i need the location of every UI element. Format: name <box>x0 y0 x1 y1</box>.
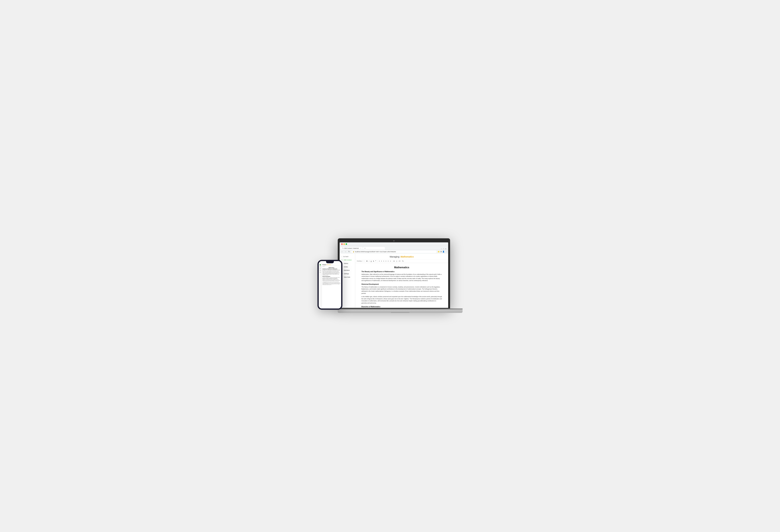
laptop-device: ✎ Edit Content / NoteHub × + − □ × <box>338 238 462 313</box>
editor-toolbar: Heading 1 1 B I U S ❝ ≡ ≡ ≡ ≡ <box>355 259 448 263</box>
phone-device: Managing: Mathematics H1 B I U ≡ Mathema… <box>318 260 342 310</box>
phone-sidebar-icon-2 <box>320 266 321 267</box>
section-1-title: The Beauty and Significance of Mathemati… <box>361 271 442 272</box>
document-heading: Mathematics <box>361 266 442 269</box>
section-1-body: Mathematics, often referred to as the un… <box>361 273 442 282</box>
window-close-button[interactable] <box>341 243 343 245</box>
menu-icon[interactable]: ⋮ <box>445 251 447 253</box>
laptop-hinge <box>338 309 462 309</box>
phone-toolbar-more[interactable]: ≡ <box>325 266 325 267</box>
sidebar-back-button[interactable]: ← Go back <box>340 255 355 258</box>
page-title-italic: Mathematics <box>400 256 414 258</box>
phone-sidebar <box>319 264 322 309</box>
toolbar-italic[interactable]: I <box>368 260 370 262</box>
phone-page-title: Managing: Mathematics <box>323 264 331 265</box>
toolbar-strikethrough[interactable]: S <box>373 260 375 262</box>
phone-section1-body: Mathematics, often referred to as the un… <box>323 269 341 276</box>
window-maximize-button[interactable] <box>346 243 347 245</box>
toolbar-align-left[interactable]: ≡ <box>378 260 380 262</box>
toolbar-clear[interactable]: Tx <box>401 260 404 262</box>
sidebar-history-label: History <box>344 263 348 264</box>
toolbar-align-right[interactable]: ≡ <box>383 260 385 262</box>
phone-body: Managing: Mathematics H1 B I U ≡ Mathema… <box>318 260 342 310</box>
phone-section3-body: In the Middle Ages, Islamic scholars pre… <box>323 282 341 285</box>
url-bar[interactable]: 🔒 localhost:3000/manage/181fb397-0507-41… <box>351 251 437 253</box>
browser-minimize-icon[interactable]: − <box>441 248 442 250</box>
phone-section2-body: The history of mathematics is a testamen… <box>323 277 341 282</box>
phone-section2-title: Historical Development <box>323 276 341 277</box>
laptop-camera <box>393 240 394 242</box>
phone-toolbar-bold[interactable]: B <box>323 266 324 267</box>
browser-action-icons: ⭐ ⊕ 👤 ⋮ <box>438 251 447 253</box>
phone-sidebar-icon-5 <box>320 272 321 273</box>
sidebar-settings-label: Settings <box>344 273 349 274</box>
toolbar-code[interactable]: </> <box>398 260 401 262</box>
toolbar-list-ordered[interactable]: ≡ <box>387 260 389 262</box>
toolbar-bold[interactable]: B <box>366 260 368 262</box>
page-title-prefix: Managing: <box>390 256 400 258</box>
browser-top-bar <box>340 243 448 246</box>
tab-favicon: ✎ <box>342 248 344 249</box>
reload-button[interactable]: ↻ <box>348 251 350 253</box>
section-2-body-cont: In the Middle Ages, Islamic scholars pre… <box>361 296 442 304</box>
url-text: localhost:3000/manage/181fb397-0507-41e2… <box>355 251 396 253</box>
browser-chrome: ✎ Edit Content / NoteHub × + − □ × <box>340 246 448 250</box>
phone-toolbar-heading: H1 <box>323 266 323 267</box>
phone-sidebar-icon-4 <box>320 270 321 271</box>
toolbar-align-center[interactable]: ≡ <box>381 260 382 262</box>
phone-screen: Managing: Mathematics H1 B I U ≡ Mathema… <box>319 261 341 309</box>
section-2-body: The history of mathematics is a testamen… <box>361 286 442 295</box>
toolbar-link[interactable]: ⊕ <box>393 260 395 262</box>
toolbar-divider-3 <box>392 260 392 262</box>
toolbar-divider-2 <box>377 260 378 262</box>
sidebar-view-note-label: View Note <box>344 276 350 278</box>
laptop-base <box>338 309 462 313</box>
app-main: Managing: Mathematics Heading 1 1 B I U <box>355 254 448 308</box>
window-minimize-button[interactable] <box>343 243 345 245</box>
phone-toolbar: H1 B I U ≡ <box>323 266 341 267</box>
back-arrow-icon: ← <box>341 256 343 257</box>
phone-sidebar-icon-1 <box>320 264 321 265</box>
browser-tabs: ✎ Edit Content / NoteHub × + − □ × <box>341 247 447 250</box>
page-title: Managing: Mathematics <box>358 256 445 258</box>
phone-section1-title: The Beauty and Significance of Mathemati… <box>323 269 341 269</box>
new-tab-button[interactable]: + <box>363 247 385 250</box>
app-layout: ← Go back ✎ Edit Content ○ History ○ <box>340 254 448 308</box>
content-header: Managing: Mathematics <box>355 254 448 259</box>
profile-icon[interactable]: 👤 <box>442 251 445 253</box>
sidebar-invites-label: Invites <box>344 266 348 268</box>
phone-doc-heading: Mathematics <box>323 267 341 268</box>
browser-address-bar: ← → ↻ 🔒 localhost:3000/manage/181fb397-0… <box>340 250 448 254</box>
phone-notch <box>326 261 334 263</box>
phone-main-content: Managing: Mathematics H1 B I U ≡ Mathema… <box>322 264 341 286</box>
toolbar-heading-number: 1 <box>363 260 364 262</box>
phone-title-italic: Mathematics <box>327 264 331 265</box>
extensions-icon[interactable]: ⊕ <box>440 251 442 253</box>
toolbar-quote[interactable]: ❝ <box>375 260 377 262</box>
toolbar-indent[interactable]: ≡ <box>390 260 391 262</box>
browser-window-controls <box>341 243 347 245</box>
tab-close-icon[interactable]: × <box>360 248 361 249</box>
laptop-screen: ✎ Edit Content / NoteHub × + − □ × <box>340 243 448 308</box>
back-label: Go back <box>343 256 348 257</box>
section-2-title: Historical Development <box>361 283 442 285</box>
sidebar-members-label: Members <box>344 269 350 271</box>
heading-selector[interactable]: Heading 1 <box>357 260 362 262</box>
toolbar-list-bullet[interactable]: ≡ <box>385 260 387 262</box>
phone-title-prefix: Managing: <box>323 264 326 265</box>
back-button[interactable]: ← <box>341 251 343 253</box>
phone-toolbar-underline[interactable]: U <box>324 266 325 267</box>
toolbar-underline[interactable]: U <box>370 260 372 262</box>
section-3-title: Branches of Mathematics <box>361 306 442 308</box>
forward-button[interactable]: → <box>344 251 347 253</box>
lock-icon: 🔒 <box>353 251 354 252</box>
editor-content-area[interactable]: Mathematics The Beauty and Significance … <box>355 263 448 308</box>
browser-restore-icon[interactable]: □ <box>443 248 444 250</box>
tab-label: Edit Content / NoteHub <box>344 248 359 249</box>
browser-close-icon[interactable]: × <box>445 248 446 250</box>
bookmark-icon[interactable]: ⭐ <box>438 251 440 253</box>
window-controls-group <box>341 243 347 245</box>
sidebar-edit-content-label: Edit Content <box>344 259 352 261</box>
browser-tab-active[interactable]: ✎ Edit Content / NoteHub × <box>341 247 363 250</box>
toolbar-image[interactable]: ◻ <box>396 260 398 262</box>
